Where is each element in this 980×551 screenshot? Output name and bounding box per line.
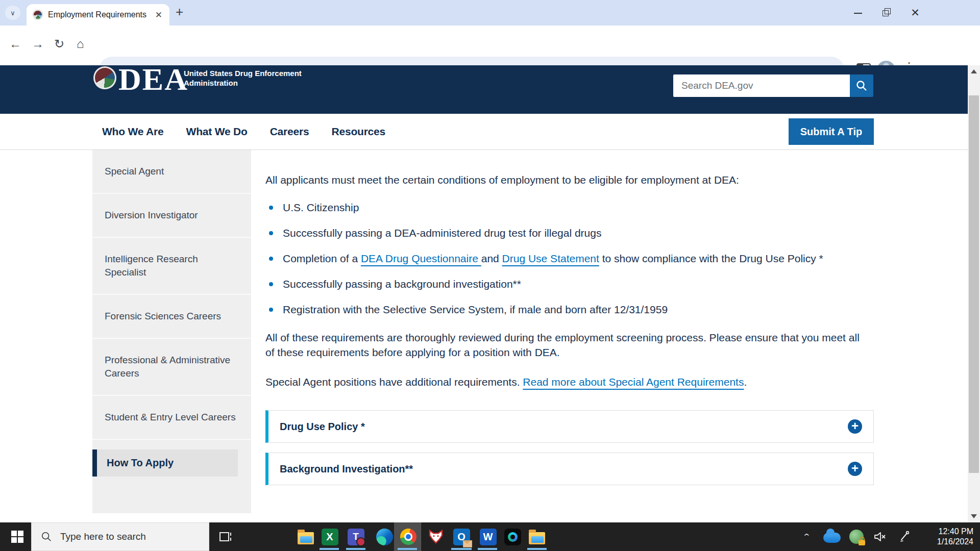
onedrive-cloud-icon	[823, 533, 841, 543]
windows-taskbar: Type here to search X T O W	[0, 522, 980, 551]
accordion-background-investigation[interactable]: Background Investigation** +	[265, 453, 874, 485]
dea-main-nav: Who We Are What We Do Careers Resources …	[0, 114, 968, 150]
sidebar-item-diversion-investigator[interactable]: Diversion Investigator	[92, 194, 251, 238]
expand-plus-icon[interactable]: +	[848, 462, 862, 476]
edge-button[interactable]	[375, 522, 394, 551]
home-button[interactable]: ⌂	[77, 37, 84, 51]
requirements-list: U.S. Citizenship Successfully passing a …	[265, 200, 874, 317]
restore-button[interactable]	[882, 8, 891, 17]
word-icon: W	[480, 529, 497, 545]
nav-what-we-do[interactable]: What We Do	[186, 126, 248, 138]
teams-badge	[356, 537, 365, 546]
fox-icon	[428, 529, 444, 545]
sidebar-item-student-entry-level-careers[interactable]: Student & Entry Level Careers	[92, 396, 251, 440]
scroll-down-arrow-icon[interactable]	[968, 510, 980, 522]
outlook-button[interactable]: O	[452, 522, 471, 551]
accordion-title: Background Investigation**	[280, 462, 413, 477]
sidebar-item-intelligence-research-specialist[interactable]: Intelligence Research Specialist	[92, 238, 251, 295]
new-tab-button[interactable]: +	[176, 4, 183, 20]
main-content: All applicants must meet the certain con…	[265, 150, 874, 485]
site-search-button[interactable]	[850, 74, 873, 97]
sidebar-item-how-to-apply-active[interactable]: How To Apply	[92, 449, 238, 477]
search-icon	[855, 80, 868, 92]
page-viewport: DEA United States Drug Enforcement Admin…	[0, 65, 980, 522]
expand-plus-icon[interactable]: +	[848, 419, 862, 434]
scrollbar-thumb[interactable]	[969, 95, 979, 473]
dea-tagline-line1: United States Drug Enforcement	[184, 68, 302, 78]
open-app-indicator	[398, 548, 417, 550]
minimize-button[interactable]	[853, 8, 863, 17]
nav-who-we-are[interactable]: Who We Are	[102, 126, 164, 138]
teams-icon: T	[348, 529, 364, 545]
accordion-title: Drug Use Policy *	[280, 419, 365, 434]
dea-drug-questionnaire-link[interactable]: DEA Drug Questionnaire	[361, 253, 481, 264]
browser-tabstrip: ∨ Employment Requirements ✕ + ✕	[0, 0, 980, 26]
tray-expand-button[interactable]: ⌃	[799, 522, 814, 551]
sidebar-item-professional-administrative-careers[interactable]: Professional & Administrative Careers	[92, 339, 251, 396]
sidebar-item-forensic-sciences-careers[interactable]: Forensic Sciences Careers	[92, 295, 251, 339]
envelope-icon	[463, 540, 472, 547]
para2-post: .	[744, 376, 747, 388]
special-agent-requirements-link[interactable]: Read more about Special Agent Requiremen…	[523, 376, 744, 388]
file-explorer-window-button[interactable]	[528, 522, 546, 551]
open-app-indicator	[527, 548, 547, 550]
list-item: Successfully passing a background invest…	[265, 277, 874, 291]
dea-tagline-line2: Administration	[184, 78, 302, 88]
folder-icon	[298, 532, 314, 544]
submit-a-tip-button[interactable]: Submit A Tip	[789, 118, 874, 145]
clock-date: 1/16/2024	[937, 537, 973, 547]
taskbar-search[interactable]: Type here to search	[31, 522, 209, 551]
edge-icon	[376, 529, 393, 545]
sidebar-item-special-agent[interactable]: Special Agent	[92, 150, 251, 194]
pen-tray-button[interactable]	[894, 522, 915, 551]
nav-careers[interactable]: Careers	[270, 126, 309, 138]
volume-tray-button[interactable]	[870, 522, 890, 551]
open-app-indicator	[478, 548, 497, 550]
task-view-button[interactable]	[216, 522, 235, 551]
site-search-input[interactable]	[673, 74, 850, 97]
list-item: Successfully passing a DEA-administered …	[265, 226, 874, 240]
dea-logotype[interactable]: DEA	[118, 65, 188, 97]
webex-button[interactable]	[503, 522, 522, 551]
drug-use-statement-link[interactable]: Drug Use Statement	[502, 253, 599, 264]
fox-app-button[interactable]	[427, 522, 445, 551]
tab-search-chevron-icon[interactable]: ∨	[5, 6, 20, 20]
windows-logo-icon	[11, 531, 23, 543]
browser-tab[interactable]: Employment Requirements ✕	[27, 4, 169, 26]
back-button[interactable]: ←	[9, 37, 21, 51]
teams-button[interactable]: T	[347, 522, 365, 551]
task-view-icon	[218, 529, 233, 544]
lock-icon	[859, 540, 865, 545]
folder-icon	[529, 532, 545, 544]
start-button[interactable]	[8, 522, 27, 551]
scroll-up-arrow-icon[interactable]	[968, 65, 980, 78]
taskbar-clock[interactable]: 12:40 PM 1/16/2024	[916, 522, 973, 551]
screening-paragraph: All of these requirements are thoroughly…	[265, 330, 868, 360]
bullet3-post: to show compliance with the Drug Use Pol…	[599, 253, 823, 264]
open-app-indicator	[451, 548, 472, 550]
special-agent-paragraph: Special Agent positions have additional …	[265, 374, 868, 389]
vpn-tray-button[interactable]	[847, 522, 866, 551]
window-controls: ✕	[853, 0, 920, 26]
reload-button[interactable]: ↻	[54, 37, 64, 51]
excel-button[interactable]: X	[321, 522, 339, 551]
page-scrollbar[interactable]	[968, 65, 980, 522]
close-window-button[interactable]: ✕	[911, 8, 920, 17]
file-explorer-button[interactable]	[297, 522, 315, 551]
screen: ∨ Employment Requirements ✕ + ✕ ← → ↻ ⌂ …	[0, 0, 980, 551]
onedrive-tray-button[interactable]	[822, 522, 842, 551]
word-button[interactable]: W	[479, 522, 497, 551]
open-app-indicator	[320, 548, 339, 550]
para2-pre: Special Agent positions have additional …	[265, 376, 523, 388]
dea-favicon-icon	[33, 10, 43, 20]
open-app-indicator	[346, 548, 365, 550]
browser-toolbar: ← → ↻ ⌂ dea.gov/how-to-apply/requirement…	[0, 26, 980, 66]
forward-button[interactable]: →	[32, 37, 44, 51]
nav-resources[interactable]: Resources	[331, 126, 385, 138]
tab-close-icon[interactable]: ✕	[153, 10, 164, 20]
chrome-button[interactable]	[399, 522, 418, 551]
accordion-drug-use-policy[interactable]: Drug Use Policy * +	[265, 410, 874, 443]
taskbar-search-placeholder: Type here to search	[60, 531, 146, 542]
dea-seal-logo-icon[interactable]	[93, 66, 116, 89]
search-icon	[41, 531, 52, 542]
